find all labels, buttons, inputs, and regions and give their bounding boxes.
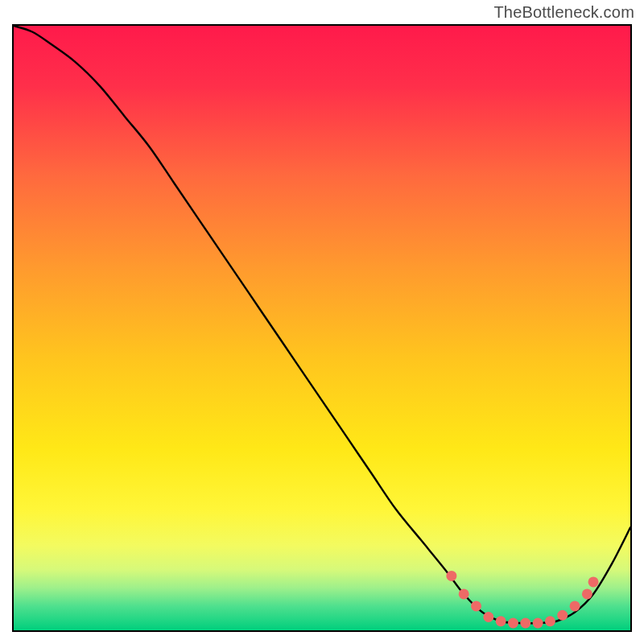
plot-area [14,26,630,630]
curve-marker [459,588,469,599]
curve-marker [545,616,555,626]
curve-marker [582,588,592,599]
curve-marker [533,617,543,628]
curve-marker [520,617,530,628]
curve-marker [446,571,456,581]
curve-marker [588,576,599,587]
chart-svg [14,26,630,630]
curve-marker [570,601,580,611]
curve-marker [483,612,493,622]
watermark-text: TheBottleneck.com [493,3,634,22]
chart-container: TheBottleneck.com [0,0,644,644]
gradient-background [14,26,630,630]
plot-frame [12,24,632,632]
curve-marker [557,610,568,621]
curve-marker [496,616,506,626]
curve-marker [471,601,481,611]
curve-marker [508,617,518,628]
